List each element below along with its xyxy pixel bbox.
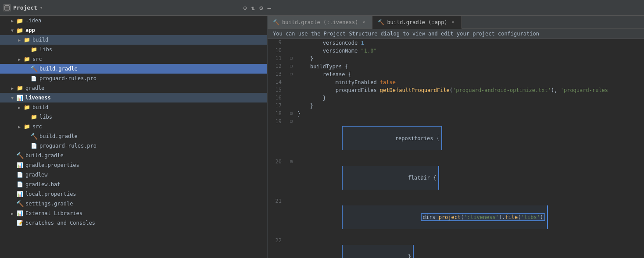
label-gradlew: gradlew <box>25 172 48 178</box>
tree-item-liveness[interactable]: ▼ 📊 liveness <box>0 93 267 102</box>
sort-icon[interactable]: ⇅ <box>251 4 255 11</box>
code-14[interactable]: minifyEnabled false <box>296 78 644 86</box>
gutter-17 <box>287 102 296 110</box>
file-icon-app-proguard: 📄 <box>30 75 38 82</box>
folder-icon-gradle: 📁 <box>16 85 24 92</box>
file-icon-gradlew: 📄 <box>16 171 24 178</box>
code-line-9: 9 versionCode 1 <box>268 39 644 47</box>
code-10[interactable]: versionName "1.0" <box>296 47 644 55</box>
tree-item-idea[interactable]: ▶ 📁 .idea <box>0 16 267 25</box>
line-num-9: 9 <box>268 39 287 47</box>
panel-title: Project <box>13 4 37 11</box>
tree-item-root-build-gradle[interactable]: 🔨 build.gradle <box>0 151 267 160</box>
label-root-build-gradle: build.gradle <box>25 152 64 159</box>
label-liveness-src: src <box>32 124 42 130</box>
tab-liveness-close[interactable]: ✕ <box>361 19 367 25</box>
label-idea: .idea <box>25 18 41 24</box>
tree-item-gradlew[interactable]: 📄 gradlew <box>0 170 267 180</box>
code-15[interactable]: proguardFiles getDefaultProguardFile('pr… <box>296 86 644 94</box>
tab-app-gradle[interactable]: 🔨 build.gradle (:app) ✕ <box>372 16 462 29</box>
gutter-11: ⊟ <box>287 55 296 63</box>
code-line-16: 16 } <box>268 94 644 102</box>
gradle-icon-app: 🔨 <box>30 65 38 72</box>
label-liveness-libs: libs <box>39 114 52 120</box>
dropdown-arrow[interactable]: ▾ <box>40 5 43 11</box>
tree-item-app-proguard[interactable]: 📄 proguard-rules.pro <box>0 74 267 83</box>
code-line-19: 19 ⊟ repositories { <box>268 118 644 158</box>
code-18[interactable]: } <box>296 110 644 118</box>
tree-item-app-build-gradle[interactable]: 🔨 build.gradle <box>0 64 267 74</box>
tree-item-gradlew-bat[interactable]: 📄 gradlew.bat <box>0 180 267 189</box>
minimize-icon[interactable]: — <box>268 4 271 11</box>
arrow-app: ▼ <box>9 28 16 33</box>
tree-item-gradle-folder[interactable]: ▶ 📁 gradle <box>0 83 267 93</box>
code-11[interactable]: } <box>296 55 644 63</box>
line-num-12: 12 <box>268 63 287 71</box>
code-line-14: 14 minifyEnabled false <box>268 78 644 86</box>
code-line-17: 17 } <box>268 102 644 110</box>
gutter-21 <box>287 198 296 237</box>
line-num-11: 11 <box>268 55 287 63</box>
tree-item-app-libs[interactable]: 📁 libs <box>0 45 267 54</box>
settings-icon[interactable]: ⚙ <box>259 4 263 11</box>
line-num-19: 19 <box>268 118 287 158</box>
code-editor[interactable]: 9 versionCode 1 10 versionName "1.0" 11 <box>268 39 644 258</box>
code-22[interactable]: } <box>296 237 644 258</box>
label-liveness: liveness <box>25 95 51 101</box>
code-13[interactable]: release { <box>296 71 644 78</box>
label-liveness-build: build <box>32 104 48 110</box>
code-20[interactable]: flatDir { <box>296 158 644 198</box>
code-21[interactable]: dirs project(':liveness').file('libs') <box>296 198 644 237</box>
line-num-20: 20 <box>268 158 287 198</box>
tree-item-liveness-libs[interactable]: 📁 libs <box>0 112 267 122</box>
tab-liveness-gradle[interactable]: 🔨 build.gradle (:liveness) ✕ <box>268 16 372 28</box>
code-16[interactable]: } <box>296 94 644 102</box>
label-app-build: build <box>32 37 48 43</box>
tree-item-gradle-properties[interactable]: 📊 gradle.properties <box>0 160 267 170</box>
gradle-icon-settings: 🔨 <box>16 200 24 207</box>
tab-app-close[interactable]: ✕ <box>450 19 456 25</box>
tab-bar: 🔨 build.gradle (:liveness) ✕ 🔨 build.gra… <box>268 16 644 29</box>
tree-item-liveness-proguard[interactable]: 📄 proguard-rules.pro <box>0 141 267 151</box>
code-line-13: 13 ⊟ release { <box>268 71 644 78</box>
folder-icon-liveness-src: 📁 <box>23 123 31 130</box>
locate-icon[interactable]: ⊕ <box>243 4 247 11</box>
top-bar: Project ▾ ⊕ ⇅ ⚙ — <box>0 0 644 16</box>
tree-item-external-libs[interactable]: ▶ 📊 External Libraries <box>0 209 267 218</box>
gutter-19: ⊟ <box>287 118 296 158</box>
code-line-18: 18 ⊟ } <box>268 110 644 118</box>
tree-item-app-build[interactable]: ▶ 📁 build <box>0 35 267 45</box>
tree-item-liveness-src[interactable]: ▶ 📁 src <box>0 122 267 131</box>
file-icon-gradlew-bat: 📄 <box>16 181 24 188</box>
label-app-build-gradle: build.gradle <box>39 66 78 72</box>
tree-item-liveness-build[interactable]: ▶ 📁 build <box>0 102 267 112</box>
folder-icon-app-src: 📁 <box>23 56 31 63</box>
tree-item-app-src[interactable]: ▶ 📁 src <box>0 54 267 64</box>
arrow-app-build: ▶ <box>16 38 23 42</box>
folder-icon-app-libs: 📁 <box>30 46 38 53</box>
gradle-icon-liveness: 🔨 <box>30 133 38 140</box>
arrow-gradle-folder: ▶ <box>9 86 16 91</box>
gutter-22 <box>287 237 296 258</box>
code-17[interactable]: } <box>296 102 644 110</box>
line-num-15: 15 <box>268 86 287 94</box>
tree-item-liveness-build-gradle[interactable]: 🔨 build.gradle <box>0 131 267 141</box>
label-app-libs: libs <box>39 46 52 53</box>
tree-item-local-properties[interactable]: 📊 local.properties <box>0 189 267 199</box>
project-tree[interactable]: ▶ 📁 .idea ▼ 📁 app ▶ 📁 build 📁 libs ▶ 📁 s… <box>0 16 268 258</box>
code-12[interactable]: buildTypes { <box>296 63 644 71</box>
label-scratches: Scratches and Consoles <box>25 220 95 226</box>
code-9[interactable]: versionCode 1 <box>296 39 644 47</box>
code-19[interactable]: repositories { <box>296 118 644 158</box>
tree-item-scratches[interactable]: 📝 Scratches and Consoles <box>0 218 267 228</box>
tree-item-settings-gradle[interactable]: 🔨 settings.gradle <box>0 199 267 209</box>
code-line-12: 12 ⊟ buildTypes { <box>268 63 644 71</box>
label-gradle-properties: gradle.properties <box>25 162 79 168</box>
gutter-20: ⊟ <box>287 158 296 198</box>
tree-item-app[interactable]: ▼ 📁 app <box>0 25 267 35</box>
line-num-10: 10 <box>268 47 287 55</box>
gutter-18: ⊟ <box>287 110 296 118</box>
gutter-10 <box>287 47 296 55</box>
line-num-21: 21 <box>268 198 287 237</box>
code-table: 9 versionCode 1 10 versionName "1.0" 11 <box>268 39 644 258</box>
